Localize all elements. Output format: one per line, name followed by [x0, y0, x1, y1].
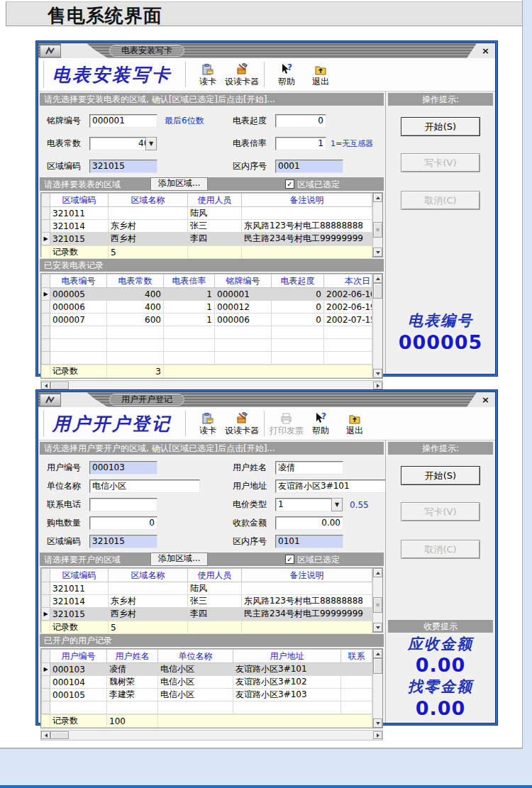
table-row[interactable]: 000006 400 1 000012 0 2002-06-19: [42, 301, 372, 313]
cancel-button[interactable]: 取消(C): [401, 540, 480, 559]
write-card-button[interactable]: 写卡(V): [401, 153, 480, 172]
vertical-scrollbar[interactable]: [372, 649, 382, 728]
table-header-row[interactable]: 用户编号 用户姓名 单位名称 用户地址 联系: [42, 650, 372, 663]
exit-button[interactable]: 退出: [304, 60, 338, 89]
scroll-left-button[interactable]: [41, 382, 50, 389]
scroll-up-button[interactable]: [373, 274, 382, 283]
amount-input[interactable]: [275, 516, 343, 530]
unit-name-input[interactable]: [89, 479, 200, 493]
account-form: 用户编号 用户姓名 单位名称 用户地址: [40, 456, 384, 553]
print-invoice-button[interactable]: 打印发票: [270, 409, 304, 438]
col-header[interactable]: 区域编码: [50, 569, 109, 582]
seq-field: [275, 160, 343, 173]
cancel-button[interactable]: 取消(C): [401, 191, 480, 210]
help-icon: ?: [280, 62, 293, 76]
grip-icon: ≡: [376, 602, 380, 608]
table-row-selected[interactable]: ▶ 000005 400 1 000001 0 2002-06-10: [42, 288, 372, 301]
phone-input[interactable]: [89, 498, 157, 511]
user-name-input[interactable]: [275, 461, 343, 475]
scroll-down-button[interactable]: [373, 369, 382, 378]
table-row[interactable]: 000104 魏树荣 电信小区 友谊路小区3#102: [42, 676, 372, 689]
scrollbar-thumb[interactable]: ≡: [373, 222, 382, 238]
col-header[interactable]: 铭牌编号: [215, 274, 272, 288]
col-header[interactable]: 用户编号: [50, 650, 107, 663]
table-row[interactable]: 321014 东乡村 张三 东风路123号村电工88888888: [42, 220, 372, 233]
read-card-button[interactable]: 读卡: [191, 409, 225, 438]
scroll-down-button[interactable]: [373, 718, 382, 728]
qty-input[interactable]: [89, 516, 157, 530]
receivable-caption: 应收金额: [408, 634, 473, 654]
nameplate-input[interactable]: [89, 114, 157, 128]
table-header-row[interactable]: 电表编号 电表常数 电表倍率 铭牌编号 电表起度 本次日: [42, 274, 372, 288]
col-header[interactable]: 区域名称: [109, 569, 188, 582]
vertical-scrollbar[interactable]: ≡: [372, 193, 382, 257]
area-selected-checkbox[interactable]: ✓: [285, 555, 294, 564]
scroll-down-button[interactable]: [373, 248, 382, 257]
exit-button[interactable]: 退出: [338, 409, 372, 438]
col-header[interactable]: 电表倍率: [164, 274, 215, 288]
start-button[interactable]: 开始(S): [401, 117, 480, 136]
scroll-left-button[interactable]: [41, 731, 50, 739]
area-selected-checkbox[interactable]: ✓: [285, 179, 294, 189]
close-button[interactable]: ×: [467, 392, 495, 407]
col-header[interactable]: 联系: [341, 650, 372, 663]
scrollbar-thumb[interactable]: [50, 731, 69, 739]
col-header[interactable]: 用户地址: [233, 650, 341, 663]
table-row-selected[interactable]: ▶ 321015 西乡村 李四 民主路234号村电工99999999: [42, 608, 372, 621]
dropdown-button[interactable]: ▼: [331, 498, 343, 511]
col-header[interactable]: 使用人员: [188, 194, 242, 207]
table-row-selected[interactable]: ▶ 000103 凌倩 电信小区 友谊路小区3#101: [42, 663, 372, 676]
col-header[interactable]: 用户姓名: [107, 650, 158, 663]
table-row[interactable]: 321011 陆风: [42, 207, 372, 220]
table-header-row[interactable]: 区域编码 区域名称 使用人员 备注说明: [42, 194, 372, 207]
set-reader-button[interactable]: 设读卡器: [225, 409, 259, 438]
titlebar[interactable]: 电表安装写卡 ×: [38, 43, 495, 58]
multiplier-input[interactable]: [275, 137, 326, 150]
table-row-selected[interactable]: ▶ 321015 西乡村 李四 民主路234号村电工99999999: [42, 233, 372, 245]
scroll-right-button[interactable]: [373, 731, 382, 739]
address-input[interactable]: [275, 479, 393, 493]
table-row[interactable]: 321014 东乡村 张三 东风路123号村电工88888888: [42, 595, 372, 608]
scroll-right-button[interactable]: [373, 382, 382, 389]
col-header[interactable]: 备注说明: [242, 194, 372, 207]
horizontal-scrollbar[interactable]: [40, 730, 383, 740]
close-button[interactable]: ×: [467, 43, 495, 58]
table-row[interactable]: 000007 600 1 000006 0 2002-07-15: [42, 313, 372, 326]
scrollbar-thumb[interactable]: [373, 658, 382, 674]
col-header[interactable]: 区域编码: [50, 194, 109, 207]
col-header[interactable]: 本次日: [324, 274, 372, 288]
vertical-scrollbar[interactable]: [372, 274, 382, 378]
titlebar[interactable]: 用户开户登记 ×: [38, 392, 495, 407]
record-count-label: 记录数: [50, 246, 109, 259]
vertical-scrollbar[interactable]: ≡: [372, 568, 382, 632]
scrollbar-thumb[interactable]: [373, 283, 382, 299]
col-header[interactable]: 电表编号: [50, 274, 107, 288]
cell: 西乡村: [109, 608, 188, 621]
table-row[interactable]: 321011 陆风: [42, 582, 372, 595]
set-reader-button[interactable]: 设读卡器: [225, 60, 259, 89]
scroll-up-button[interactable]: [373, 193, 382, 202]
scroll-up-button[interactable]: [373, 649, 382, 658]
write-card-button[interactable]: 写卡(V): [401, 502, 480, 521]
read-card-button[interactable]: 读卡: [191, 60, 225, 89]
scroll-up-button[interactable]: [373, 568, 382, 577]
col-header[interactable]: 电表起度: [272, 274, 324, 288]
scrollbar-thumb[interactable]: [50, 382, 69, 389]
help-button[interactable]: ? 帮助: [304, 409, 338, 438]
col-header[interactable]: 单位名称: [158, 650, 233, 663]
col-header[interactable]: 使用人员: [188, 569, 242, 582]
row-marker-icon: ▶: [43, 291, 48, 297]
scrollbar-thumb[interactable]: ≡: [373, 597, 382, 613]
col-header[interactable]: 电表常数: [107, 274, 164, 288]
scroll-down-button[interactable]: [373, 623, 382, 632]
col-header[interactable]: 区域名称: [109, 194, 188, 207]
table-header-row[interactable]: 区域编码 区域名称 使用人员 备注说明: [42, 569, 372, 582]
add-area-button[interactable]: 添加区域...: [150, 177, 208, 191]
help-button[interactable]: ? 帮助: [270, 60, 304, 89]
table-row[interactable]: 000105 李建荣 电信小区 友谊路小区3#103: [42, 689, 372, 701]
col-header[interactable]: 备注说明: [242, 569, 372, 582]
start-button[interactable]: 开始(S): [401, 466, 480, 485]
start-reading-input[interactable]: [275, 114, 326, 128]
add-area-button[interactable]: 添加区域...: [150, 553, 208, 566]
dropdown-button[interactable]: ▼: [145, 137, 157, 150]
